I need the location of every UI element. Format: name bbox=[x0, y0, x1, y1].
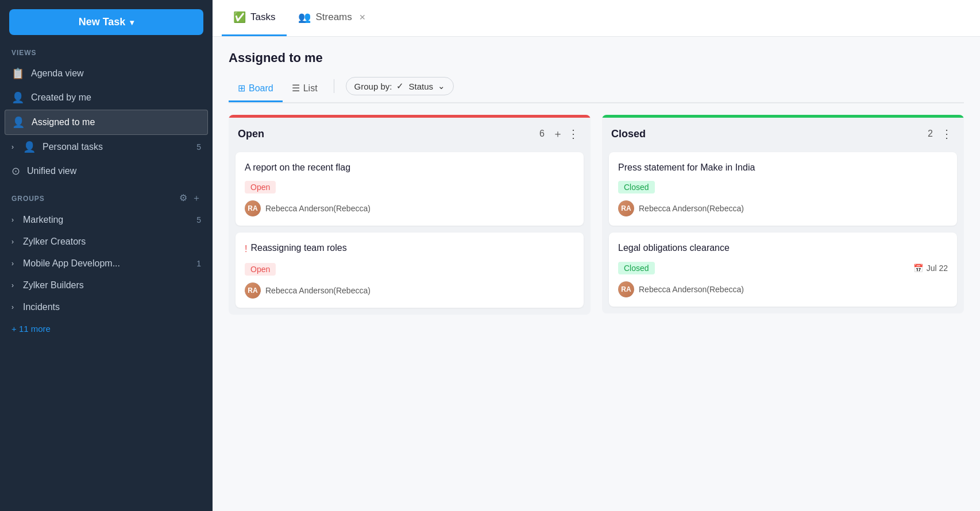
sidebar-item-label: Agenda view bbox=[31, 68, 84, 79]
main-content: ✅ Tasks 👥 Streams ✕ Assigned to me ⊞ Boa… bbox=[213, 0, 980, 511]
assignee-name: Rebecca Anderson(Rebecca) bbox=[639, 285, 744, 294]
task-badge: Closed bbox=[618, 181, 655, 193]
open-column-add-button[interactable]: ＋ bbox=[550, 126, 565, 142]
chevron-right-icon: › bbox=[11, 303, 14, 311]
sidebar-item-personal-tasks[interactable]: › 👤 Personal tasks 5 bbox=[0, 135, 213, 159]
sidebar: New Task ▾ VIEWS 📋 Agenda view 👤 Created… bbox=[0, 0, 213, 511]
task-card[interactable]: Press statement for Make in India Closed… bbox=[609, 152, 957, 226]
sidebar-item-incidents[interactable]: › Incidents bbox=[0, 296, 213, 318]
column-open: Open 6 ＋ ⋮ A report on the recent flag O… bbox=[229, 115, 591, 315]
open-column-title: Open bbox=[238, 128, 264, 140]
chevron-down-icon: ⌄ bbox=[438, 81, 445, 91]
task-badge: Open bbox=[245, 181, 276, 193]
check-circle-icon: ✓ bbox=[396, 81, 404, 91]
open-column-header: Open 6 ＋ ⋮ bbox=[229, 118, 591, 148]
new-task-label: New Task bbox=[79, 16, 126, 28]
task-footer: RA Rebecca Anderson(Rebecca) bbox=[618, 281, 948, 297]
personal-tasks-count: 5 bbox=[196, 142, 201, 152]
task-date: 📅 Jul 22 bbox=[913, 264, 948, 273]
groups-header: GROUPS ⚙ ＋ bbox=[0, 192, 213, 209]
task-footer: RA Rebecca Anderson(Rebecca) bbox=[245, 200, 574, 216]
groups-header-actions: ⚙ ＋ bbox=[179, 192, 201, 204]
personal-tasks-icon: 👤 bbox=[23, 141, 36, 153]
chevron-right-icon: › bbox=[11, 238, 14, 246]
task-badge: Open bbox=[245, 263, 276, 276]
open-column-menu-button[interactable]: ⋮ bbox=[565, 126, 581, 142]
board-icon: ⊞ bbox=[238, 83, 245, 94]
group-by-label: Group by: bbox=[354, 82, 392, 91]
tab-tasks[interactable]: ✅ Tasks bbox=[222, 0, 287, 36]
views-section-label: VIEWS bbox=[0, 49, 213, 61]
sidebar-item-marketing[interactable]: › Marketing 5 bbox=[0, 209, 213, 231]
task-card[interactable]: A report on the recent flag Open RA Rebe… bbox=[236, 152, 584, 226]
sidebar-item-label: Assigned to me bbox=[32, 117, 95, 127]
sidebar-item-label: Incidents bbox=[23, 302, 60, 312]
task-title: Legal obligations clearance bbox=[618, 242, 948, 254]
chevron-right-icon: › bbox=[11, 143, 14, 151]
view-controls: ⊞ Board ☰ List Group by: ✓ Status ⌄ bbox=[229, 77, 964, 103]
task-card[interactable]: ! Reassigning team roles Open RA Rebecca… bbox=[236, 233, 584, 307]
sidebar-item-label: Zylker Builders bbox=[23, 280, 84, 291]
group-by-value: Status bbox=[408, 82, 433, 91]
add-group-icon[interactable]: ＋ bbox=[192, 192, 201, 204]
list-view-button[interactable]: ☰ List bbox=[283, 78, 327, 102]
date-value: Jul 22 bbox=[927, 264, 948, 273]
sidebar-item-label: Unified view bbox=[27, 166, 76, 176]
new-task-button[interactable]: New Task ▾ bbox=[9, 9, 203, 35]
streams-close-button[interactable]: ✕ bbox=[359, 13, 366, 22]
chevron-down-icon: ▾ bbox=[130, 18, 134, 27]
task-footer: RA Rebecca Anderson(Rebecca) bbox=[245, 282, 574, 299]
board-label: Board bbox=[249, 83, 273, 94]
list-label: List bbox=[303, 83, 318, 94]
sidebar-item-unified-view[interactable]: ⊙ Unified view bbox=[0, 159, 213, 183]
column-closed: Closed 2 ⋮ Press statement for Make in I… bbox=[602, 115, 964, 313]
closed-column-title: Closed bbox=[611, 128, 646, 140]
sidebar-item-label: Zylker Creators bbox=[23, 237, 86, 247]
tab-streams[interactable]: 👥 Streams ✕ bbox=[287, 0, 377, 36]
sidebar-item-created-by-me[interactable]: 👤 Created by me bbox=[0, 86, 213, 110]
sidebar-item-assigned-to-me[interactable]: 👤 Assigned to me bbox=[5, 110, 208, 135]
streams-tab-label: Streams bbox=[315, 11, 352, 23]
sidebar-item-agenda-view[interactable]: 📋 Agenda view bbox=[0, 61, 213, 86]
open-column-body: A report on the recent flag Open RA Rebe… bbox=[229, 148, 591, 315]
page-content: Assigned to me ⊞ Board ☰ List Group by: … bbox=[213, 37, 980, 511]
agenda-icon: 📋 bbox=[11, 67, 24, 80]
board-view-button[interactable]: ⊞ Board bbox=[229, 78, 283, 102]
chevron-right-icon: › bbox=[11, 260, 14, 268]
sidebar-item-zylker-creators[interactable]: › Zylker Creators bbox=[0, 231, 213, 253]
closed-column-menu-button[interactable]: ⋮ bbox=[939, 126, 955, 142]
tasks-tab-icon: ✅ bbox=[233, 11, 246, 24]
sidebar-item-label: Mobile App Developm... bbox=[23, 258, 120, 269]
task-badge-row: Closed 📅 Jul 22 bbox=[618, 262, 948, 274]
open-column-count: 6 bbox=[539, 129, 545, 139]
avatar: RA bbox=[618, 281, 634, 297]
task-title: Press statement for Make in India bbox=[618, 161, 948, 174]
sidebar-item-mobile-app[interactable]: › Mobile App Developm... 1 bbox=[0, 253, 213, 274]
task-card[interactable]: Legal obligations clearance Closed 📅 Jul… bbox=[609, 233, 957, 306]
marketing-count: 5 bbox=[196, 215, 201, 224]
avatar: RA bbox=[245, 200, 261, 216]
view-separator bbox=[334, 79, 334, 93]
groups-section-label: GROUPS bbox=[11, 195, 45, 203]
assignee-name: Rebecca Anderson(Rebecca) bbox=[265, 204, 371, 213]
chevron-right-icon: › bbox=[11, 281, 14, 289]
group-by-selector[interactable]: Group by: ✓ Status ⌄ bbox=[346, 77, 454, 95]
task-title: ! Reassigning team roles bbox=[245, 242, 574, 256]
tab-bar: ✅ Tasks 👥 Streams ✕ bbox=[213, 0, 980, 37]
closed-column-body: Press statement for Make in India Closed… bbox=[602, 148, 964, 313]
assigned-to-me-icon: 👤 bbox=[12, 116, 25, 129]
chevron-right-icon: › bbox=[11, 216, 14, 224]
priority-icon: ! bbox=[245, 243, 247, 256]
sidebar-item-label: Personal tasks bbox=[43, 142, 103, 152]
settings-icon[interactable]: ⚙ bbox=[179, 192, 187, 204]
sidebar-item-label: Marketing bbox=[23, 215, 63, 225]
mobile-app-count: 1 bbox=[196, 259, 201, 268]
task-badge: Closed bbox=[618, 262, 655, 274]
page-title: Assigned to me bbox=[229, 51, 964, 65]
board: Open 6 ＋ ⋮ A report on the recent flag O… bbox=[229, 115, 964, 315]
sidebar-item-zylker-builders[interactable]: › Zylker Builders bbox=[0, 274, 213, 296]
task-title: A report on the recent flag bbox=[245, 161, 574, 174]
assignee-name: Rebecca Anderson(Rebecca) bbox=[265, 286, 371, 295]
assignee-name: Rebecca Anderson(Rebecca) bbox=[639, 204, 744, 213]
more-groups-link[interactable]: + 11 more bbox=[0, 318, 213, 339]
